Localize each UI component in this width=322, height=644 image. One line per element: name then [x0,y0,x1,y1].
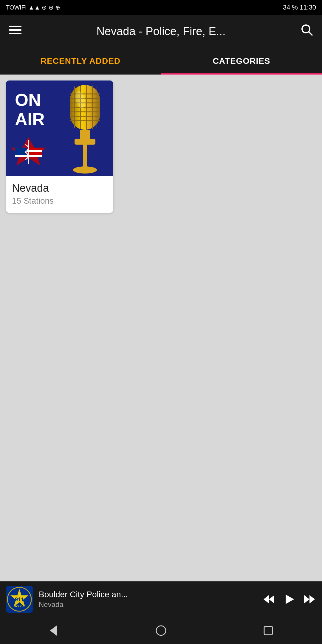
content-area: ON AIR [0,75,322,581]
svg-rect-2 [9,33,21,34]
player-subtitle: Nevada [39,600,256,609]
svg-marker-40 [269,595,274,603]
svg-rect-46 [264,626,273,635]
player-logo: 911 POLICE [6,586,33,613]
card-name: Nevada [12,182,107,194]
back-button[interactable] [42,619,66,643]
status-bar: TOWIFI ▲▲ ⊛ ⊕ ⊕ 34 % 11:30 [0,0,322,15]
svg-marker-43 [309,595,315,603]
svg-text:ON: ON [15,90,41,109]
tab-categories[interactable]: CATEGORIES [161,48,322,75]
svg-rect-30 [75,139,95,145]
battery-time: 34 % 11:30 [283,4,316,11]
status-icons: TOWIFI ▲▲ ⊛ ⊕ ⊕ [6,4,60,11]
card-info: Nevada 15 Stations [6,176,113,213]
search-icon[interactable] [301,24,313,39]
svg-line-4 [309,32,312,35]
svg-marker-44 [51,626,57,635]
svg-point-3 [302,25,310,33]
svg-rect-13 [15,148,27,155]
player-controls [262,593,316,606]
player-info: Boulder City Police an... Nevada [39,590,256,609]
recents-button[interactable] [256,619,280,643]
svg-marker-39 [264,595,269,603]
svg-text:POLICE: POLICE [14,605,24,608]
svg-marker-41 [286,595,294,604]
card-artwork: ON AIR [6,80,113,176]
svg-rect-1 [9,29,21,31]
card-subtitle: 15 Stations [12,196,107,206]
svg-text:AIR: AIR [15,109,45,129]
station-card[interactable]: ON AIR [6,80,113,213]
app-bar: Nevada - Police, Fire, E... [0,15,322,48]
svg-point-32 [73,166,97,174]
svg-rect-31 [83,145,87,168]
tab-bar: RECENTLY ADDED CATEGORIES [0,48,322,75]
rewind-button[interactable] [262,593,275,606]
page-title: Nevada - Police, Fire, E... [21,25,301,38]
bottom-player: 911 POLICE Boulder City Police an... Nev… [0,581,322,617]
status-bar-right: 34 % 11:30 [283,4,316,11]
forward-button[interactable] [303,593,316,606]
svg-marker-42 [304,595,309,603]
svg-text:911: 911 [15,597,24,603]
svg-point-45 [156,626,166,635]
tab-recently-added[interactable]: RECENTLY ADDED [0,48,161,75]
svg-rect-29 [80,130,90,139]
player-logo-svg: 911 POLICE [6,586,33,613]
svg-rect-0 [9,26,21,27]
nav-bar [0,617,322,644]
menu-icon[interactable] [9,24,21,39]
player-title: Boulder City Police an... [39,590,256,599]
home-button[interactable] [149,619,173,643]
play-button[interactable] [283,593,296,606]
card-image: ON AIR [6,80,113,176]
status-bar-left: TOWIFI ▲▲ ⊛ ⊕ ⊕ [6,4,60,11]
